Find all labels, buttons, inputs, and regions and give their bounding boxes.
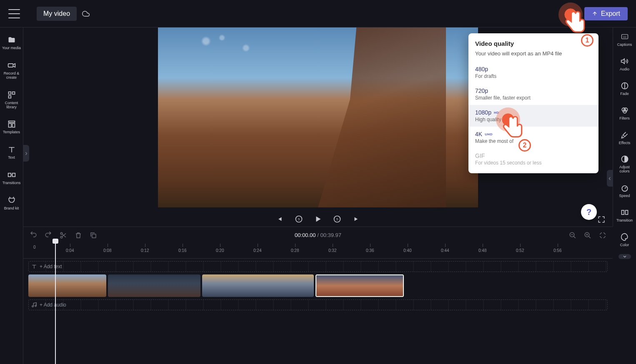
text-track[interactable]: + Add text	[28, 261, 608, 272]
sidebar-item-record-create[interactable]: Record & create	[0, 58, 23, 82]
sidebar-item-effects[interactable]: Effects	[613, 127, 636, 148]
ruler-mark: 0:56	[558, 244, 561, 258]
sidebar-item-label: Templates	[3, 130, 20, 135]
sidebar-item-label: Audio	[620, 67, 629, 72]
cloud-sync-icon[interactable]	[82, 10, 90, 18]
ruler-mark: 0:36	[370, 244, 374, 258]
duplicate-icon[interactable]	[89, 231, 98, 239]
sidebar-item-fade[interactable]: Fade	[613, 78, 636, 99]
video-clip-4[interactable]	[315, 274, 404, 297]
undo-icon[interactable]	[29, 231, 38, 239]
sidebar-item-label: Color	[620, 243, 629, 247]
svg-text:5: 5	[298, 217, 300, 221]
ruler-mark: 0:04	[70, 244, 74, 258]
sidebar-item-templates[interactable]: Templates	[0, 117, 23, 137]
quality-option-gif[interactable]: GIF For videos 15 seconds or less	[468, 148, 598, 170]
sidebar-item-adjust-colors[interactable]: Adjust colors	[613, 152, 636, 176]
export-button-label: Export	[601, 10, 620, 17]
svg-rect-6	[12, 124, 15, 127]
sidebar-item-speed[interactable]: Speed	[613, 180, 636, 201]
quality-option-1080p[interactable]: 1080p HD High quality	[468, 105, 598, 127]
sidebar-item-transitions[interactable]: Transitions	[0, 167, 23, 188]
sidebar-item-label: Filters	[619, 117, 630, 121]
ruler-mark: 0:28	[295, 244, 299, 258]
export-button[interactable]: Export	[584, 7, 628, 20]
quality-option-720p[interactable]: 720p Smaller file, faster export	[468, 83, 598, 105]
video-clip-2[interactable]	[108, 274, 200, 297]
sidebar-item-label: Brand kit	[4, 207, 19, 211]
svg-rect-8	[12, 173, 15, 177]
rewind-icon[interactable]: 5	[294, 214, 304, 224]
help-button[interactable]: ?	[581, 204, 597, 220]
hamburger-menu-icon[interactable]	[8, 9, 20, 18]
ruler-mark: 0:40	[408, 244, 411, 258]
play-button[interactable]	[313, 214, 323, 224]
popover-subtitle: Your video will export as an MP4 file	[468, 50, 598, 62]
svg-rect-3	[8, 95, 11, 98]
current-time: 00:00.00	[295, 232, 316, 238]
sidebar-item-label: Your media	[2, 46, 21, 50]
sidebar-item-captions[interactable]: CC Captions	[613, 29, 636, 50]
zoom-out-icon[interactable]	[568, 231, 577, 239]
svg-rect-22	[625, 210, 628, 214]
playhead[interactable]	[55, 243, 56, 364]
zoom-fit-icon[interactable]	[598, 231, 607, 239]
quality-option-480p[interactable]: 480p For drafts	[468, 62, 598, 83]
svg-rect-4	[8, 121, 15, 122]
sidebar-item-content-library[interactable]: Content library	[0, 87, 23, 112]
svg-rect-25	[92, 234, 96, 238]
svg-rect-21	[621, 210, 624, 214]
video-clip-1[interactable]	[28, 274, 106, 297]
ruler-mark: 0:32	[333, 244, 336, 258]
sidebar-item-label: Record & create	[1, 72, 22, 80]
sidebar-item-brand-kit[interactable]: Brand kit	[0, 193, 23, 213]
right-panel-collapse-tab[interactable]: ‹	[607, 170, 613, 187]
sidebar-item-label: Transition	[616, 219, 633, 223]
folder-icon	[7, 35, 17, 45]
timeline-ruler[interactable]: 0 0:040:080:120:160:200:240:280:320:360:…	[23, 244, 613, 259]
transitions-icon	[7, 170, 17, 180]
sidebar-item-text[interactable]: Text	[0, 142, 23, 162]
redo-icon[interactable]	[44, 231, 53, 239]
skip-start-icon[interactable]	[275, 214, 285, 224]
forward-icon[interactable]: 5	[332, 214, 342, 224]
audio-track[interactable]: + Add audio	[28, 299, 608, 310]
captions-icon: CC	[620, 32, 630, 42]
timeline-tracks: + Add text + Add audio	[23, 259, 613, 350]
sidebar-item-filters[interactable]: Filters	[613, 103, 636, 123]
svg-rect-1	[8, 92, 11, 94]
delete-icon[interactable]	[74, 231, 83, 239]
music-icon	[31, 302, 37, 308]
zoom-in-icon[interactable]	[583, 231, 592, 239]
sidebar-item-audio[interactable]: Audio	[613, 54, 636, 74]
sidebar-item-your-media[interactable]: Your media	[0, 32, 23, 53]
split-icon[interactable]	[59, 231, 68, 239]
fullscreen-icon[interactable]	[598, 216, 605, 225]
sidebar-item-label: Speed	[619, 194, 630, 198]
ruler-mark: 0:08	[108, 244, 111, 258]
timeline-area: 00:00.00 / 00:39.97 0 0:040:080:120:160:…	[23, 227, 613, 364]
sidebar-item-label: Captions	[617, 43, 632, 47]
svg-rect-0	[8, 64, 13, 67]
ruler-mark: 0:12	[145, 244, 149, 258]
sidebar-item-label: Transitions	[3, 181, 21, 185]
timeline-toolbar: 00:00.00 / 00:39.97	[23, 227, 613, 244]
right-panel-expand-button[interactable]	[618, 254, 631, 259]
video-preview-canvas[interactable]	[158, 27, 478, 207]
skip-end-icon[interactable]	[351, 214, 361, 224]
video-title[interactable]: My video	[37, 7, 77, 21]
sidebar-item-label: Text	[8, 156, 15, 160]
add-text-label: + Add text	[40, 264, 62, 269]
text-icon	[31, 264, 37, 269]
top-bar: My video Export	[0, 0, 636, 27]
sidebar-item-color[interactable]: Color	[613, 229, 636, 250]
text-icon	[7, 145, 17, 155]
color-palette-icon	[620, 232, 630, 242]
video-clip-3[interactable]	[202, 274, 314, 297]
effects-icon	[620, 130, 630, 140]
svg-point-20	[622, 186, 627, 191]
sidebar-item-transition[interactable]: Transition	[613, 205, 636, 225]
quality-option-4k[interactable]: 4K UHD Make the most of	[468, 127, 598, 148]
export-quality-popover: Video quality Your video will export as …	[468, 33, 598, 173]
total-time: 00:39.97	[320, 232, 341, 238]
